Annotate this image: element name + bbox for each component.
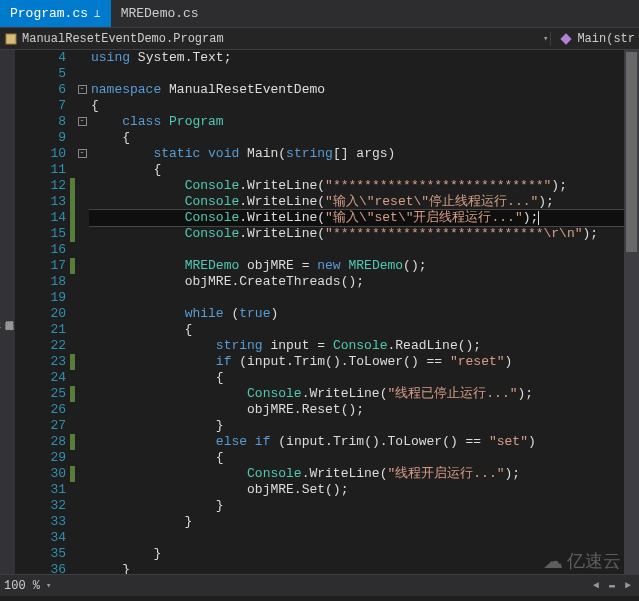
fold-marker (75, 322, 89, 338)
line-number: 17 (15, 258, 66, 274)
code-line[interactable]: class Program (89, 114, 639, 130)
line-number: 18 (15, 274, 66, 290)
line-number: 11 (15, 162, 66, 178)
code-line[interactable]: { (89, 130, 639, 146)
line-number: 29 (15, 450, 66, 466)
line-number: 34 (15, 530, 66, 546)
nav-scope-label: ManualResetEventDemo.Program (22, 32, 224, 46)
code-line[interactable]: Console.WriteLine("*********************… (89, 226, 639, 242)
fold-marker (75, 546, 89, 562)
code-editor[interactable]: using System.Text;namespace ManualResetE… (89, 50, 639, 574)
line-number: 12 (15, 178, 66, 194)
line-number: 6 (15, 82, 66, 98)
scroll-handle-icon[interactable]: ▬ (605, 579, 619, 593)
code-line[interactable]: Console.WriteLine("输入\"reset\"停止线程运行..."… (89, 194, 639, 210)
fold-marker (75, 562, 89, 578)
fold-marker (75, 482, 89, 498)
editor-area: 服务器资源管理器 工具箱 456789101112131415161718192… (0, 50, 639, 574)
code-line[interactable]: { (89, 98, 639, 114)
text-caret (538, 211, 539, 225)
code-line[interactable]: namespace ManualResetEventDemo (89, 82, 639, 98)
fold-marker (75, 242, 89, 258)
line-number: 31 (15, 482, 66, 498)
code-line[interactable]: objMRE.Set(); (89, 482, 639, 498)
nav-scope-dropdown[interactable]: ManualResetEventDemo.Program ▾ (4, 32, 550, 46)
code-line[interactable]: using System.Text; (89, 50, 639, 66)
fold-marker (75, 386, 89, 402)
line-number: 7 (15, 98, 66, 114)
code-line[interactable] (89, 530, 639, 546)
vertical-scrollbar[interactable]: ▲ (624, 50, 639, 574)
line-number: 5 (15, 66, 66, 82)
fold-marker (75, 50, 89, 66)
code-line[interactable]: Console.WriteLine("输入\"set\"开启线程运行..."); (89, 210, 639, 226)
code-line[interactable]: objMRE.CreateThreads(); (89, 274, 639, 290)
tab-program-cs[interactable]: Program.cs ⟂ (0, 0, 111, 27)
line-number-gutter: 4567891011121314151617181920212223242526… (15, 50, 70, 574)
code-line[interactable]: string input = Console.ReadLine(); (89, 338, 639, 354)
code-line[interactable]: { (89, 450, 639, 466)
zoom-dropdown[interactable]: 100 % ▾ (4, 579, 53, 593)
fold-marker (75, 418, 89, 434)
nav-member-dropdown[interactable]: Main(str (550, 32, 635, 46)
line-number: 10 (15, 146, 66, 162)
code-line[interactable] (89, 242, 639, 258)
watermark: ☁ 亿速云 (543, 549, 621, 573)
code-line[interactable] (89, 66, 639, 82)
fold-marker (75, 370, 89, 386)
fold-marker[interactable]: - (75, 82, 89, 98)
line-number: 8 (15, 114, 66, 130)
scroll-left-icon[interactable]: ◄ (589, 579, 603, 593)
tab-label: MREDemo.cs (121, 6, 199, 21)
fold-marker (75, 66, 89, 82)
code-line[interactable]: } (89, 498, 639, 514)
code-line[interactable]: static void Main(string[] args) (89, 146, 639, 162)
fold-marker (75, 306, 89, 322)
fold-marker (75, 130, 89, 146)
code-line[interactable]: objMRE.Reset(); (89, 402, 639, 418)
code-line[interactable] (89, 290, 639, 306)
fold-marker[interactable]: - (75, 114, 89, 130)
watermark-text: 亿速云 (567, 549, 621, 573)
outline-column: --- (75, 50, 89, 574)
line-number: 15 (15, 226, 66, 242)
code-line[interactable]: if (input.Trim().ToLower() == "reset") (89, 354, 639, 370)
code-line[interactable]: } (89, 418, 639, 434)
fold-marker[interactable]: - (75, 146, 89, 162)
fold-marker (75, 194, 89, 210)
code-line[interactable]: { (89, 322, 639, 338)
fold-marker (75, 530, 89, 546)
fold-marker (75, 98, 89, 114)
svg-rect-0 (6, 34, 16, 44)
nav-member-label: Main(str (577, 32, 635, 46)
scroll-nav: ◄ ▬ ► (589, 579, 635, 593)
code-line[interactable]: { (89, 370, 639, 386)
line-number: 27 (15, 418, 66, 434)
code-line[interactable]: { (89, 162, 639, 178)
code-line[interactable]: } (89, 514, 639, 530)
zoom-value: 100 % (4, 579, 40, 593)
document-tabs: Program.cs ⟂ MREDemo.cs (0, 0, 639, 28)
chevron-down-icon: ▾ (543, 33, 548, 44)
side-toolstrip[interactable]: 服务器资源管理器 工具箱 (0, 50, 15, 574)
code-line[interactable]: Console.WriteLine("线程开启运行..."); (89, 466, 639, 482)
code-line[interactable]: Console.WriteLine("线程已停止运行..."); (89, 386, 639, 402)
code-line[interactable]: MREDemo objMRE = new MREDemo(); (89, 258, 639, 274)
pin-icon[interactable]: ⟂ (94, 7, 101, 20)
fold-marker (75, 162, 89, 178)
code-line[interactable]: while (true) (89, 306, 639, 322)
fold-marker (75, 498, 89, 514)
line-number: 4 (15, 50, 66, 66)
fold-marker (75, 466, 89, 482)
fold-marker (75, 450, 89, 466)
line-number: 25 (15, 386, 66, 402)
scroll-thumb[interactable] (626, 52, 637, 252)
code-line[interactable]: else if (input.Trim().ToLower() == "set"… (89, 434, 639, 450)
line-number: 33 (15, 514, 66, 530)
tab-mredemo-cs[interactable]: MREDemo.cs (111, 0, 209, 27)
scroll-right-icon[interactable]: ► (621, 579, 635, 593)
code-line[interactable]: Console.WriteLine("*********************… (89, 178, 639, 194)
line-number: 14 (15, 210, 66, 226)
class-icon (4, 32, 18, 46)
method-icon (559, 32, 573, 46)
